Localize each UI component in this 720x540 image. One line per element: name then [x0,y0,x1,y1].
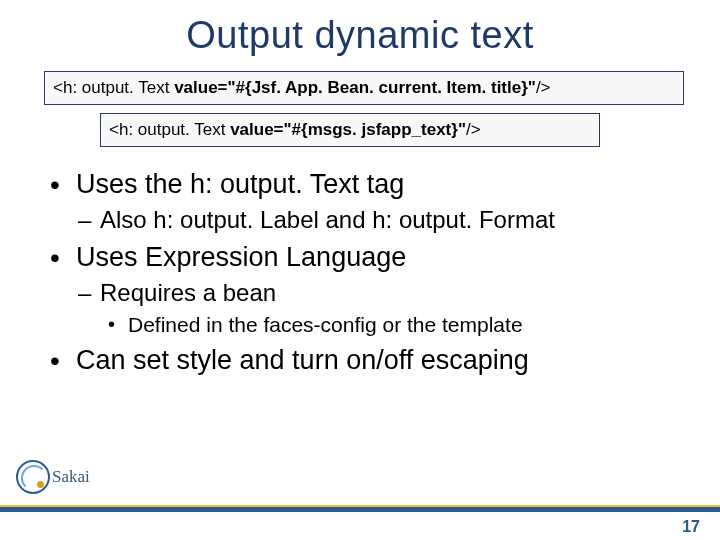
logo-text: Sakai [52,467,90,487]
code-attr: value="#{Jsf. App. Bean. current. Item. … [174,78,536,97]
slide: Output dynamic text <h: output. Text val… [0,0,720,540]
bullet-level1: Uses the h: output. Text tag [76,169,692,200]
bullet-level1: Uses Expression Language [76,242,692,273]
footer-divider [0,507,720,512]
bullet-level1: Can set style and turn on/off escaping [76,345,692,376]
logo-dot-icon [37,481,44,488]
bullet-level2: Also h: output. Label and h: output. For… [100,206,692,234]
code-example-1: <h: output. Text value="#{Jsf. App. Bean… [44,71,684,105]
code-example-2: <h: output. Text value="#{msgs. jsfapp_t… [100,113,600,147]
logo-swirl-icon [16,460,50,494]
code-text: <h: output. Text [53,78,174,97]
code-text: /> [466,120,481,139]
code-text: /> [536,78,551,97]
bullet-level3: Defined in the faces-config or the templ… [128,313,692,337]
sakai-logo: Sakai [14,458,104,502]
code-text: <h: output. Text [109,120,230,139]
bullet-list: Uses the h: output. Text tag Also h: out… [76,169,692,376]
slide-title: Output dynamic text [28,14,692,57]
page-number: 17 [682,518,700,536]
code-attr: value="#{msgs. jsfapp_text}" [230,120,466,139]
bullet-level2: Requires a bean [100,279,692,307]
